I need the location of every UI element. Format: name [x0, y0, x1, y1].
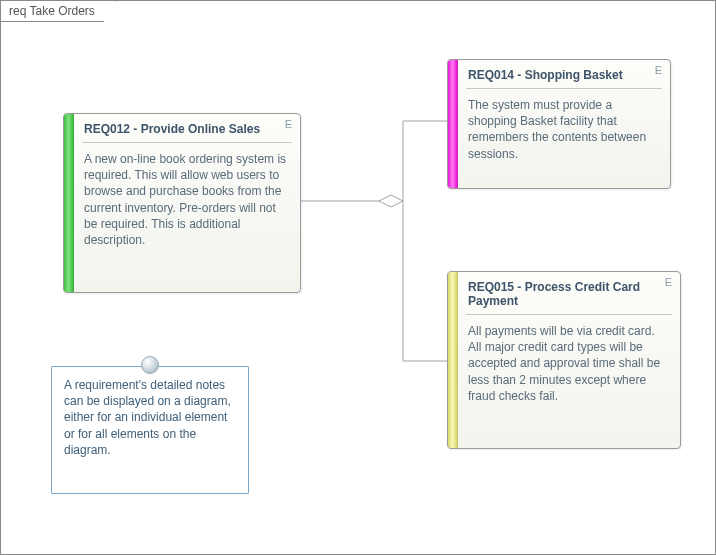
requirement-text: The system must provide a shopping Baske…: [458, 89, 670, 172]
requirement-req015[interactable]: REQ015 - Process Credit Card Payment E A…: [447, 271, 681, 449]
status-stripe-green: [64, 114, 74, 292]
status-stripe-magenta: [448, 60, 458, 188]
requirement-title: REQ015 - Process Credit Card Payment: [468, 280, 640, 308]
requirement-req014[interactable]: REQ014 - Shopping Basket E The system mu…: [447, 59, 671, 189]
element-marker-icon: E: [665, 276, 672, 288]
requirement-title: REQ012 - Provide Online Sales: [84, 122, 260, 136]
svg-marker-0: [379, 195, 403, 207]
pin-icon: [141, 356, 159, 374]
requirement-text: A new on-line book ordering system is re…: [74, 143, 300, 258]
note-element[interactable]: A requirement's detailed notes can be di…: [51, 366, 249, 494]
note-text: A requirement's detailed notes can be di…: [64, 377, 236, 458]
requirement-req012[interactable]: REQ012 - Provide Online Sales E A new on…: [63, 113, 301, 293]
requirement-title: REQ014 - Shopping Basket: [468, 68, 623, 82]
element-marker-icon: E: [285, 118, 292, 130]
frame-title-tab: req Take Orders: [1, 1, 116, 22]
element-marker-icon: E: [655, 64, 662, 76]
status-stripe-yellow: [448, 272, 458, 448]
frame-title: req Take Orders: [9, 4, 95, 18]
diagram-canvas[interactable]: req Take Orders REQ012 - Provide Online …: [0, 0, 716, 555]
requirement-text: All payments will be via credit card. Al…: [458, 315, 680, 414]
